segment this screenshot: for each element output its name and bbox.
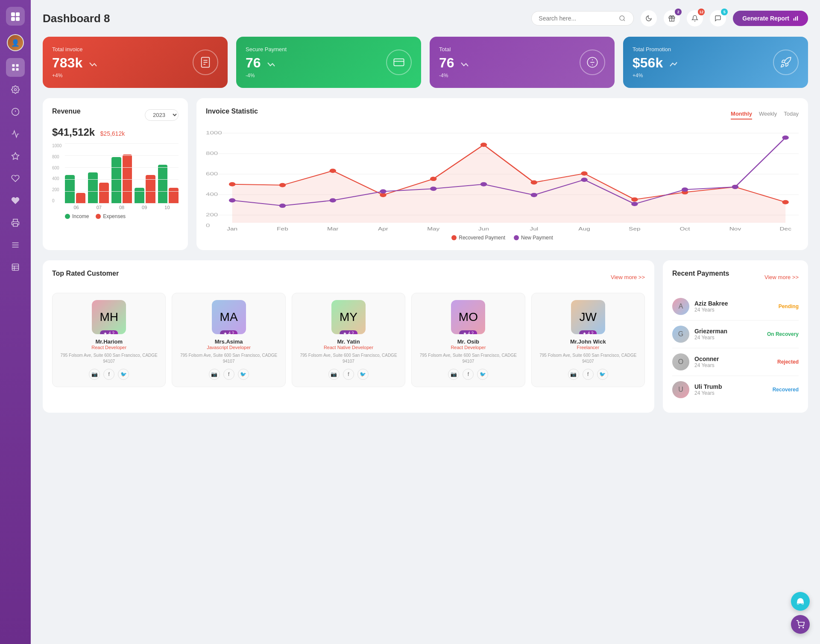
stat-card-content-payment: Secure Payment 76 -4% <box>246 46 287 79</box>
bell-button[interactable]: 12 <box>687 10 703 26</box>
svg-text:200: 200 <box>206 212 218 217</box>
customers-title: Top Rated Customer <box>52 270 119 277</box>
social-icons: 📷f🐦 <box>417 369 519 380</box>
stat-card-content-total: Total 76 -4% <box>439 46 469 79</box>
customer-avatar: MH <box>92 300 126 334</box>
customer-photo: MH★ 4.2 <box>92 300 126 334</box>
tab-weekly[interactable]: Weekly <box>759 111 777 119</box>
grid-line <box>65 179 179 180</box>
customer-photo: MO★ 4.2 <box>451 300 485 334</box>
chat-button[interactable]: 5 <box>710 10 726 26</box>
payment-avatar: G <box>672 326 689 343</box>
svg-rect-0 <box>11 12 15 16</box>
facebook-icon[interactable]: f <box>343 369 354 380</box>
svg-text:600: 600 <box>206 171 218 176</box>
stat-change-invoice: +4% <box>52 73 97 79</box>
svg-rect-4 <box>12 64 15 67</box>
recovered-dot <box>451 235 457 240</box>
income-bar <box>111 157 121 203</box>
sidebar-item-print[interactable] <box>6 213 25 232</box>
customer-photo: MY★ 4.2 <box>331 300 366 334</box>
avatar[interactable]: 👤 <box>7 34 24 51</box>
instagram-icon[interactable]: 📷 <box>328 369 340 380</box>
fab-group <box>791 592 810 634</box>
invoice-title: Invoice Statistic <box>206 108 258 115</box>
payments-list: AAziz Bakree24 YearsPendingGGriezerman24… <box>672 293 799 403</box>
payment-name: Aziz Bakree <box>694 300 728 307</box>
twitter-icon[interactable]: 🐦 <box>118 369 129 380</box>
stat-card-total: Total 76 -4% <box>430 37 615 88</box>
customer-grid: MH★ 4.2Mr.HariomReact Developer795 Folso… <box>52 293 645 387</box>
sidebar-item-analytics[interactable] <box>6 125 25 143</box>
sidebar: 👤 <box>0 0 31 644</box>
invoice-svg: 1000 800 600 400 200 0 <box>206 129 799 231</box>
tab-monthly[interactable]: Monthly <box>731 111 752 119</box>
payment-name: Uli Trumb <box>694 383 722 390</box>
customer-card: MY★ 4.2Mr. YatinReact Native Developer79… <box>292 293 405 387</box>
sidebar-item-dashboard[interactable] <box>6 58 25 77</box>
svg-rect-6 <box>12 68 15 71</box>
x-label: Mar <box>327 227 339 231</box>
sidebar-item-heart2[interactable] <box>6 191 25 210</box>
customer-role: React Developer <box>58 345 160 350</box>
trend-down-icon3 <box>460 61 469 67</box>
sidebar-item-info[interactable] <box>6 102 25 121</box>
new-payment-dot <box>732 185 738 189</box>
customer-card: MO★ 4.2Mr. OsibReact Developer795 Folsom… <box>411 293 525 387</box>
payments-view-more[interactable]: View more >> <box>764 274 799 280</box>
income-bar <box>158 165 168 203</box>
revenue-sub: $25,612k <box>100 130 125 137</box>
customer-name: Mr. Yatin <box>297 338 400 345</box>
facebook-icon[interactable]: f <box>223 369 234 380</box>
svg-marker-12 <box>12 153 19 160</box>
cart-fab[interactable] <box>791 615 810 634</box>
year-select[interactable]: 2023 2022 2021 <box>145 109 179 121</box>
grid-line <box>65 191 179 192</box>
generate-report-button[interactable]: Generate Report <box>733 11 808 26</box>
instagram-icon[interactable]: 📷 <box>89 369 100 380</box>
sidebar-item-favorites[interactable] <box>6 169 25 188</box>
tab-today[interactable]: Today <box>784 111 799 119</box>
sidebar-item-settings[interactable] <box>6 80 25 99</box>
facebook-icon[interactable]: f <box>463 369 474 380</box>
customer-photo: JW★ 4.2 <box>571 300 605 334</box>
support-fab[interactable] <box>791 592 810 611</box>
recent-payments-card: Recent Payments View more >> AAziz Bakre… <box>663 260 808 413</box>
payment-item: AAziz Bakree24 YearsPending <box>672 293 799 321</box>
twitter-icon[interactable]: 🐦 <box>477 369 488 380</box>
rocket-icon <box>780 56 792 68</box>
bar-chart-wrapper: 10008006004002000 <box>52 143 179 203</box>
facebook-icon[interactable]: f <box>583 369 594 380</box>
sidebar-item-starred[interactable] <box>6 147 25 166</box>
customers-view-more[interactable]: View more >> <box>611 274 645 280</box>
revenue-amount: $41,512k <box>52 126 95 138</box>
twitter-icon[interactable]: 🐦 <box>597 369 608 380</box>
facebook-icon[interactable]: f <box>103 369 114 380</box>
sidebar-item-menu[interactable] <box>6 236 25 254</box>
payment-info: Griezerman24 Years <box>694 328 727 341</box>
bar-label: 06 <box>65 205 88 210</box>
twitter-icon[interactable]: 🐦 <box>357 369 369 380</box>
search-input[interactable] <box>539 15 615 22</box>
twitter-icon[interactable]: 🐦 <box>238 369 249 380</box>
customer-avatar: MY <box>331 300 366 334</box>
bar-label: 10 <box>156 205 179 210</box>
legend-expense: Expenses <box>96 213 126 219</box>
x-label: Jun <box>478 227 489 231</box>
sidebar-logo[interactable] <box>6 7 25 26</box>
revenue-card: Revenue 2023 2022 2021 $41,512k $25,612k… <box>43 98 188 250</box>
stat-card-payment: Secure Payment 76 -4% <box>236 37 421 88</box>
instagram-icon[interactable]: 📷 <box>448 369 459 380</box>
gift-button[interactable]: 2 <box>664 10 680 26</box>
new-payment-dot <box>279 204 286 208</box>
instagram-icon[interactable]: 📷 <box>568 369 579 380</box>
svg-rect-3 <box>16 17 20 21</box>
stat-card-content-promo: Total Promotion $56k +4% <box>633 46 678 79</box>
new-payment-dot <box>480 182 487 186</box>
instagram-icon[interactable]: 📷 <box>209 369 220 380</box>
sidebar-item-list[interactable] <box>6 258 25 277</box>
search-box <box>531 11 634 26</box>
dark-mode-button[interactable] <box>641 10 657 26</box>
svg-rect-17 <box>12 264 19 271</box>
x-label: Feb <box>277 227 288 231</box>
